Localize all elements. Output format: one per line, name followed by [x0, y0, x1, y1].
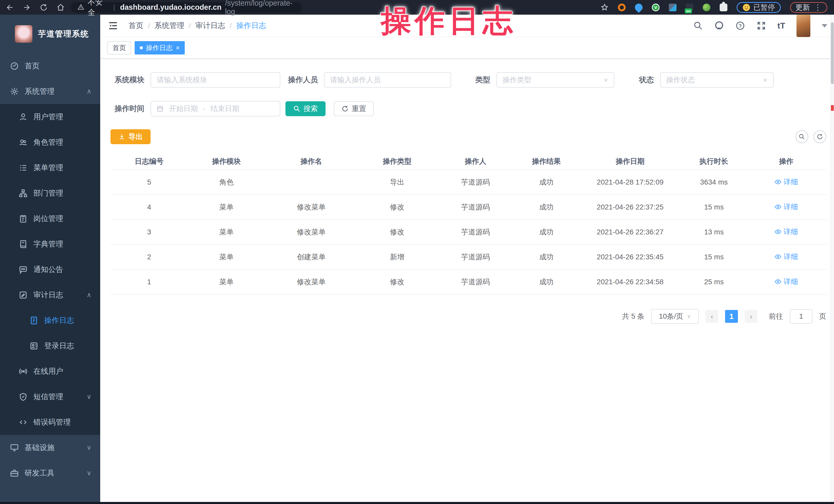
prev-page-button[interactable]: ‹ [705, 310, 718, 323]
search-button[interactable]: 搜索 [285, 101, 326, 116]
filter-row-1: 系统模块 操作人员 类型 操作类型 ∨ 状态 操作状态 ∨ [110, 72, 826, 88]
toggle-search-button[interactable] [795, 130, 808, 143]
annotation-text: 操作日志 [381, 1, 517, 42]
cell-module: 菜单 [188, 277, 265, 287]
breadcrumb-item[interactable]: 首页 [129, 21, 150, 31]
date-range-picker[interactable]: 开始日期 - 结束日期 [151, 101, 280, 116]
sidebar-item-label: 审计日志 [34, 290, 63, 300]
hamburger-icon[interactable] [108, 21, 118, 31]
column-header: 操作名 [265, 156, 357, 166]
sidebar-item-label: 首页 [25, 61, 40, 71]
sidebar-item[interactable]: 字典管理 [0, 231, 100, 257]
sidebar-item[interactable]: 通知公告 [0, 257, 100, 282]
paused-chip[interactable]: 已暂停 [737, 2, 781, 13]
operator-label: 操作人员 [285, 75, 324, 85]
extension-v-icon[interactable]: v [652, 4, 660, 11]
sidebar-menu: 首页 系统管理 ∧ 用户管理 角色管理 [0, 53, 100, 486]
column-header: 操作日期 [578, 156, 682, 166]
extension-cube-icon[interactable] [669, 4, 677, 11]
scrollbar-thumb[interactable] [831, 22, 834, 84]
extension-pin-icon[interactable] [633, 2, 644, 13]
active-dot-icon [140, 46, 143, 49]
sidebar-item[interactable]: 部门管理 [0, 180, 100, 206]
sidebar-item[interactable]: 短信管理 ∨ [0, 384, 100, 410]
browser-menu-icon[interactable]: ⋮ [814, 3, 822, 12]
app-logo [15, 25, 32, 43]
sidebar-item[interactable]: 菜单管理 [0, 155, 100, 180]
tab[interactable]: 操作日志 × [135, 41, 185, 54]
sidebar-item[interactable]: 错误码管理 [0, 410, 100, 435]
breadcrumb-item[interactable]: 操作日志 [236, 21, 271, 31]
breadcrumb-item[interactable]: 系统管理 [154, 21, 191, 31]
search-icon[interactable] [693, 21, 703, 30]
update-button[interactable]: 更新 ⋮ [790, 2, 827, 13]
back-icon[interactable] [6, 3, 14, 12]
sidebar-item[interactable]: 登录日志 [0, 333, 100, 358]
module-input[interactable] [151, 72, 280, 88]
avatar-caret-icon[interactable] [822, 24, 827, 27]
logo-row[interactable]: 芋道管理系统 [0, 15, 100, 53]
detail-link[interactable]: 详细 [774, 177, 798, 187]
operator-input[interactable] [324, 72, 451, 88]
github-icon[interactable] [714, 21, 724, 30]
cell-date: 2021-04-28 17:52:09 [578, 178, 682, 186]
sidebar-item[interactable]: 操作日志 [0, 308, 100, 333]
user-avatar[interactable] [796, 15, 810, 37]
help-icon[interactable]: ? [736, 21, 745, 30]
errcode-icon [19, 418, 28, 427]
reset-button[interactable]: 重置 [334, 101, 374, 116]
bookmark-star-icon[interactable] [600, 3, 609, 12]
extension-adblock-icon[interactable] [618, 4, 626, 11]
cell-module: 角色 [188, 177, 265, 187]
detail-link[interactable]: 详细 [774, 227, 798, 237]
sidebar-item-label: 岗位管理 [34, 214, 63, 224]
table-row: 5 角色 导出 芋道源码 成功 2021-04-28 17:52:09 3634… [110, 170, 826, 195]
extension-leaf-icon[interactable] [703, 4, 710, 11]
export-button[interactable]: 导出 [110, 129, 151, 144]
fullscreen-icon[interactable] [756, 21, 766, 30]
total-count: 共 5 条 [622, 311, 644, 321]
breadcrumb-item[interactable]: 审计日志 [195, 21, 232, 31]
status-select[interactable]: 操作状态 ∨ [660, 72, 774, 88]
extension-switch-icon[interactable] [686, 4, 694, 11]
home-icon[interactable] [57, 3, 65, 12]
sidebar-item-label: 错误码管理 [34, 417, 71, 428]
column-header: 操作人 [437, 156, 514, 166]
chevron-icon: ∧ [87, 87, 91, 95]
extensions-puzzle-icon[interactable] [720, 4, 727, 11]
sidebar-item-label: 登录日志 [44, 341, 74, 351]
security-label[interactable]: 不安全 [88, 0, 108, 18]
cell-date: 2021-04-26 22:34:58 [578, 278, 682, 286]
sidebar-item[interactable]: 用户管理 [0, 104, 100, 130]
tab-label: 首页 [112, 43, 126, 52]
sidebar-item[interactable]: 研发工具 ∨ [0, 460, 100, 486]
close-icon[interactable]: × [176, 44, 180, 52]
sidebar-item[interactable]: 首页 [0, 53, 100, 79]
tab[interactable]: 首页 [107, 41, 131, 54]
detail-link[interactable]: 详细 [774, 277, 798, 287]
cell-log-id: 2 [110, 253, 188, 261]
goto-page-input[interactable] [790, 309, 812, 324]
next-page-button[interactable]: › [745, 310, 758, 323]
role-icon [19, 138, 28, 147]
current-page-button[interactable]: 1 [725, 310, 738, 323]
reload-icon[interactable] [40, 3, 48, 12]
forward-icon[interactable] [23, 3, 31, 12]
page-size-select[interactable]: 10条/页 ∨ [651, 309, 699, 324]
address-bar[interactable]: 不安全 | dashboard.yudao.iocoder.cn /system… [71, 2, 302, 13]
cell-operator: 芋道源码 [437, 252, 514, 262]
detail-link[interactable]: 详细 [774, 202, 798, 212]
detail-link-label: 详细 [784, 177, 798, 187]
detail-link[interactable]: 详细 [774, 252, 798, 262]
sidebar-item[interactable]: 系统管理 ∧ [0, 79, 100, 104]
chevron-icon: ∨ [87, 469, 91, 477]
refresh-table-button[interactable] [813, 130, 826, 143]
page-scrollbar[interactable] [830, 15, 834, 502]
sidebar-item[interactable]: 审计日志 ∧ [0, 282, 100, 308]
font-size-icon[interactable]: tT [777, 21, 785, 30]
sidebar-item[interactable]: 在线用户 [0, 358, 100, 384]
sidebar-item[interactable]: 角色管理 [0, 130, 100, 155]
sidebar-item[interactable]: 基础设施 ∨ [0, 435, 100, 460]
sidebar-item[interactable]: 岗位管理 [0, 206, 100, 231]
type-select[interactable]: 操作类型 ∨ [497, 72, 614, 88]
